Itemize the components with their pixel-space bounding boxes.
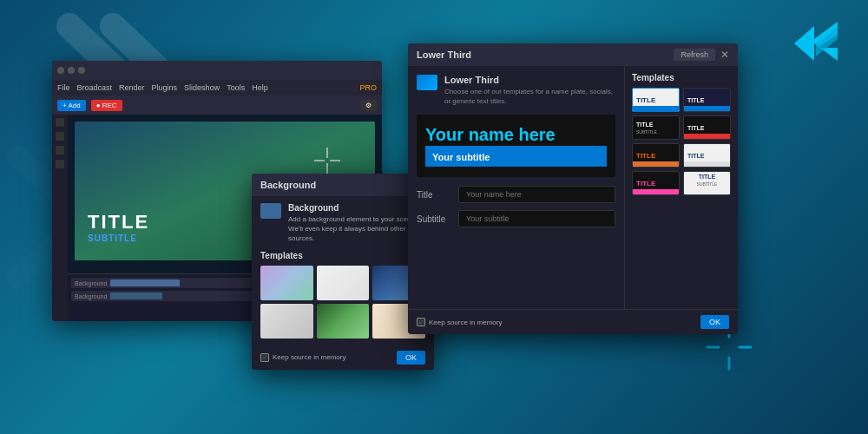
lt-body: Lower Third Choose one of our templates … <box>408 66 738 309</box>
editor-toolbar: + Add ● REC ⚙ <box>52 95 382 115</box>
bg-dialog-body: Background Add a background element to y… <box>252 196 434 345</box>
lt-template-8[interactable]: TITLE SUBTITLE <box>683 171 731 195</box>
bg-templates-grid <box>260 266 425 339</box>
bg-templates-label: Templates <box>260 251 425 260</box>
bg-dialog-header-title: Background <box>288 203 425 213</box>
editor-sidebar <box>52 115 68 321</box>
lt-title-label: Title <box>417 190 451 200</box>
bg-dialog-titlebar: Background ✕ <box>252 174 434 196</box>
lt-form: Title Subtitle <box>417 186 615 227</box>
lower-third-dialog: Lower Third Refresh ✕ Lower Third Choose… <box>408 43 738 334</box>
lt-templates-label: Templates <box>632 73 731 82</box>
lt-template-5[interactable]: TITLE <box>632 143 680 168</box>
lt-left-panel: Lower Third Choose one of our templates … <box>408 66 625 309</box>
lt-title-input[interactable] <box>458 186 615 203</box>
lt-template-7[interactable]: TITLE <box>632 171 680 195</box>
background-dialog: Background ✕ Background Add a background… <box>252 174 434 370</box>
canvas-subtitle-text: SUBTITLE <box>88 233 149 243</box>
lt-refresh-button[interactable]: Refresh <box>674 49 715 61</box>
settings-button[interactable]: ⚙ <box>360 100 377 111</box>
lt-preview-subtitle: Your subtitle <box>432 152 490 162</box>
lt-titlebar: Lower Third Refresh ✕ <box>408 43 738 66</box>
bg-template-4[interactable] <box>260 304 313 339</box>
bg-dialog-icon <box>260 203 281 219</box>
lt-close-button[interactable]: ✕ <box>720 49 729 61</box>
bg-dialog-title: Background <box>260 180 316 190</box>
lt-template-4[interactable]: TITLE <box>683 115 731 140</box>
bg-template-5[interactable] <box>317 304 370 339</box>
logo-icon <box>790 17 842 69</box>
lt-header-title: Lower Third <box>444 75 615 85</box>
canvas-title-overlay: TITLE SUBTITLE <box>88 213 149 243</box>
bg-ok-button[interactable]: OK <box>397 351 425 365</box>
bg-template-2[interactable] <box>317 266 370 300</box>
lt-preview: Your name here Your subtitle <box>417 115 615 177</box>
lt-checkbox-row[interactable]: ✓ Keep source in memory <box>417 315 502 329</box>
lt-ok-button[interactable]: OK <box>700 315 729 329</box>
lt-template-2[interactable]: TITLE <box>683 88 731 112</box>
lt-template-grid: TITLE TITLE TITLE SUBTITLE TITLE <box>632 88 731 195</box>
lt-subtitle-input[interactable] <box>458 210 615 227</box>
lt-footer: ✓ Keep source in memory OK <box>408 309 738 334</box>
editor-menubar: File Broadcast Render Plugins Slideshow … <box>52 80 382 95</box>
lt-icon <box>417 75 437 90</box>
lt-preview-subtitle-bar: Your subtitle <box>425 146 607 167</box>
lt-subtitle-label: Subtitle <box>417 214 451 224</box>
lt-template-1[interactable]: TITLE <box>632 88 680 112</box>
lt-template-3[interactable]: TITLE SUBTITLE <box>632 115 680 140</box>
bg-dialog-footer: ✓ Keep source in memory OK <box>252 345 434 370</box>
lt-title: Lower Third <box>417 49 471 60</box>
bg-dialog-desc: Add a background element to your scene.W… <box>288 214 425 244</box>
lt-template-6[interactable]: TITLE <box>683 143 731 168</box>
editor-titlebar <box>52 61 382 80</box>
lt-right-panel: Templates TITLE TITLE TITLE SUBTITLE <box>625 66 738 309</box>
bg-template-1[interactable] <box>260 266 313 300</box>
lt-preview-name: Your name here <box>425 125 607 144</box>
lt-desc: Choose one of our templates for a name p… <box>444 87 615 106</box>
add-button[interactable]: + Add <box>57 100 86 111</box>
canvas-title-text: TITLE <box>88 213 149 232</box>
bg-checkbox-row[interactable]: ✓ Keep source in memory <box>260 353 345 362</box>
record-button[interactable]: ● REC <box>91 100 122 111</box>
